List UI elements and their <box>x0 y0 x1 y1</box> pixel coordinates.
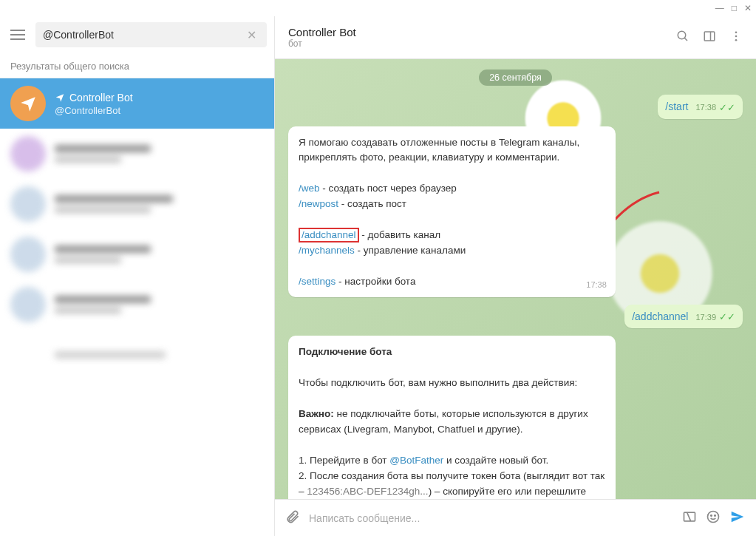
sidepanel-icon[interactable] <box>703 30 716 46</box>
minimize-button[interactable]: — <box>715 3 724 13</box>
time: 17:38 <box>586 279 607 291</box>
svg-point-7 <box>735 31 738 33</box>
command-link[interactable]: /settings <box>299 276 336 287</box>
message-text: Я помогаю создавать отложенные посты в T… <box>299 135 605 166</box>
svg-point-12 <box>711 515 712 516</box>
time: 17:39 <box>695 313 716 322</box>
chat-body: 26 сентября /start 17:38✓✓ Я помогаю соз… <box>275 59 756 499</box>
more-icon[interactable] <box>729 30 743 46</box>
command-link[interactable]: /addchannel <box>632 311 688 322</box>
command-link[interactable]: /start <box>665 101 688 112</box>
command-link[interactable]: /mychannels <box>299 245 355 256</box>
svg-line-4 <box>684 38 687 41</box>
result-title: Controller Bot <box>69 92 133 104</box>
message-heading: Подключение бота <box>299 345 605 360</box>
maximize-button[interactable]: □ <box>732 3 737 13</box>
search-box[interactable]: ✕ <box>35 22 267 47</box>
send-button[interactable] <box>729 509 746 528</box>
attach-icon[interactable] <box>285 509 300 527</box>
chat-title: Controller Bot <box>288 26 356 38</box>
close-button[interactable]: ✕ <box>744 3 752 13</box>
clear-search-icon[interactable]: ✕ <box>244 28 259 42</box>
bot-keyboard-icon[interactable] <box>682 509 697 527</box>
time: 17:38 <box>695 103 716 112</box>
svg-point-11 <box>708 511 719 522</box>
svg-point-13 <box>715 515 716 516</box>
svg-rect-0 <box>10 30 25 31</box>
svg-point-3 <box>678 31 686 39</box>
command-link[interactable]: /web <box>299 183 320 194</box>
svg-rect-5 <box>704 32 715 41</box>
read-ticks-icon: ✓✓ <box>719 311 735 322</box>
read-ticks-icon: ✓✓ <box>719 102 735 113</box>
result-handle: @ControllerBot <box>55 105 133 116</box>
sidebar: ✕ Результаты общего поиска Controller Bo… <box>0 16 275 536</box>
blurred-results <box>0 129 274 380</box>
svg-rect-1 <box>10 34 25 35</box>
message-out: /start 17:38✓✓ <box>288 95 743 119</box>
message-out: /addchannel 17:39✓✓ <box>288 305 743 329</box>
date-badge: 26 сентября <box>479 69 552 86</box>
message-input[interactable] <box>309 512 673 524</box>
message-composer <box>275 499 756 536</box>
svg-rect-2 <box>10 38 25 40</box>
emoji-icon[interactable] <box>706 509 721 527</box>
search-section-label: Результаты общего поиска <box>0 53 274 78</box>
svg-point-8 <box>735 35 738 37</box>
chat-panel: Controller Bot бот 26 сентября <box>275 16 756 536</box>
message-in: Я помогаю создавать отложенные посты в T… <box>288 126 743 297</box>
botfather-link[interactable]: @BotFather <box>389 455 443 466</box>
token-sample: 123456:ABC-DEF1234gh... <box>307 486 428 497</box>
search-result-controller-bot[interactable]: Controller Bot @ControllerBot <box>0 78 274 129</box>
megaphone-icon <box>55 92 65 103</box>
svg-point-9 <box>735 38 738 41</box>
message-text: Чтобы подключить бот, вам нужно выполнит… <box>299 376 605 391</box>
highlighted-command[interactable]: /addchannel <box>299 228 359 242</box>
window-titlebar: — □ ✕ <box>0 0 756 16</box>
avatar <box>10 86 46 121</box>
chat-header: Controller Bot бот <box>275 16 756 59</box>
menu-button[interactable] <box>7 24 28 45</box>
search-icon[interactable] <box>676 30 689 46</box>
chat-subtitle: бот <box>288 38 356 49</box>
search-input[interactable] <box>43 29 244 41</box>
command-link[interactable]: /newpost <box>299 198 338 209</box>
message-in: Подключение бота Чтобы подключить бот, в… <box>288 336 743 499</box>
